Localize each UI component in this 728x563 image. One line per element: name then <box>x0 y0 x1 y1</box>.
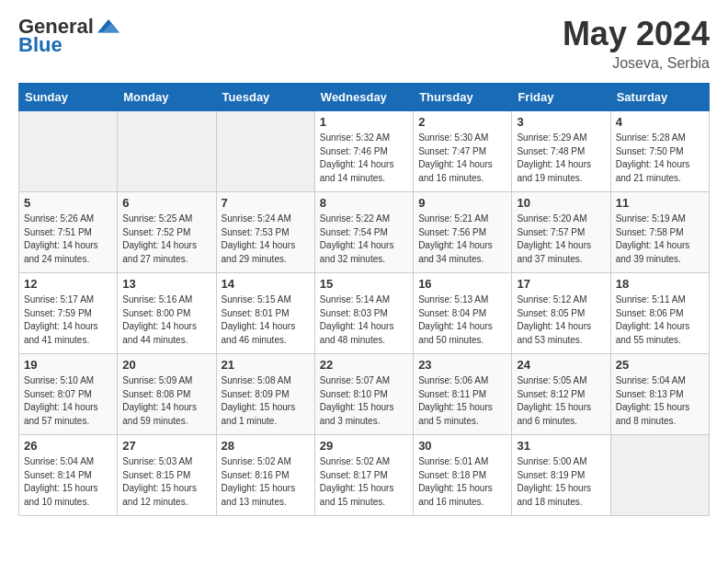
day-info: Sunrise: 5:13 AM Sunset: 8:04 PM Dayligh… <box>418 293 506 347</box>
day-cell: 22Sunrise: 5:07 AM Sunset: 8:10 PM Dayli… <box>314 354 413 435</box>
day-cell: 19Sunrise: 5:10 AM Sunset: 8:07 PM Dayli… <box>19 354 118 435</box>
week-row-4: 19Sunrise: 5:10 AM Sunset: 8:07 PM Dayli… <box>19 354 710 435</box>
day-cell: 5Sunrise: 5:26 AM Sunset: 7:51 PM Daylig… <box>19 192 118 273</box>
day-cell: 24Sunrise: 5:05 AM Sunset: 8:12 PM Dayli… <box>512 354 610 435</box>
day-info: Sunrise: 5:00 AM Sunset: 8:19 PM Dayligh… <box>517 455 605 509</box>
day-cell: 28Sunrise: 5:02 AM Sunset: 8:16 PM Dayli… <box>216 435 314 516</box>
day-number: 14 <box>222 277 310 291</box>
day-number: 5 <box>24 196 112 210</box>
day-number: 20 <box>122 358 210 372</box>
day-number: 9 <box>418 196 506 210</box>
day-cell: 16Sunrise: 5:13 AM Sunset: 8:04 PM Dayli… <box>414 273 512 354</box>
day-number: 23 <box>418 358 506 372</box>
day-info: Sunrise: 5:28 AM Sunset: 7:50 PM Dayligh… <box>616 132 704 185</box>
day-cell: 26Sunrise: 5:04 AM Sunset: 8:14 PM Dayli… <box>19 435 118 516</box>
day-info: Sunrise: 5:29 AM Sunset: 7:48 PM Dayligh… <box>517 132 605 185</box>
day-cell: 1Sunrise: 5:32 AM Sunset: 7:46 PM Daylig… <box>314 111 413 192</box>
day-cell: 9Sunrise: 5:21 AM Sunset: 7:56 PM Daylig… <box>414 192 512 273</box>
weekday-header-monday: Monday <box>118 84 216 111</box>
week-row-2: 5Sunrise: 5:26 AM Sunset: 7:51 PM Daylig… <box>19 192 710 273</box>
day-number: 31 <box>517 439 605 453</box>
day-info: Sunrise: 5:07 AM Sunset: 8:10 PM Dayligh… <box>320 374 408 428</box>
day-cell: 27Sunrise: 5:03 AM Sunset: 8:15 PM Dayli… <box>118 435 216 516</box>
day-info: Sunrise: 5:25 AM Sunset: 7:52 PM Dayligh… <box>122 213 210 266</box>
location: Joseva, Serbia <box>563 55 710 72</box>
day-number: 13 <box>122 277 210 291</box>
day-number: 22 <box>320 358 408 372</box>
day-info: Sunrise: 5:22 AM Sunset: 7:54 PM Dayligh… <box>320 213 408 266</box>
day-cell: 29Sunrise: 5:02 AM Sunset: 8:17 PM Dayli… <box>314 435 413 516</box>
day-info: Sunrise: 5:11 AM Sunset: 8:06 PM Dayligh… <box>616 293 704 347</box>
day-info: Sunrise: 5:05 AM Sunset: 8:12 PM Dayligh… <box>517 374 605 428</box>
day-number: 3 <box>517 115 605 129</box>
title-block: May 2024 Joseva, Serbia <box>563 15 710 72</box>
day-info: Sunrise: 5:02 AM Sunset: 8:17 PM Dayligh… <box>320 455 408 509</box>
day-cell: 14Sunrise: 5:15 AM Sunset: 8:01 PM Dayli… <box>216 273 314 354</box>
day-info: Sunrise: 5:03 AM Sunset: 8:15 PM Dayligh… <box>122 455 210 509</box>
weekday-header-sunday: Sunday <box>19 84 118 111</box>
day-info: Sunrise: 5:12 AM Sunset: 8:05 PM Dayligh… <box>517 293 605 347</box>
day-cell: 30Sunrise: 5:01 AM Sunset: 8:18 PM Dayli… <box>414 435 512 516</box>
day-cell: 11Sunrise: 5:19 AM Sunset: 7:58 PM Dayli… <box>610 192 709 273</box>
week-row-1: 1Sunrise: 5:32 AM Sunset: 7:46 PM Daylig… <box>19 111 710 192</box>
logo-blue-text: Blue <box>18 33 63 57</box>
day-info: Sunrise: 5:09 AM Sunset: 8:08 PM Dayligh… <box>122 374 210 428</box>
weekday-header-saturday: Saturday <box>610 84 709 111</box>
day-cell: 17Sunrise: 5:12 AM Sunset: 8:05 PM Dayli… <box>512 273 610 354</box>
day-cell: 4Sunrise: 5:28 AM Sunset: 7:50 PM Daylig… <box>610 111 709 192</box>
day-cell: 25Sunrise: 5:04 AM Sunset: 8:13 PM Dayli… <box>610 354 709 435</box>
day-number: 7 <box>222 196 310 210</box>
day-number: 30 <box>418 439 506 453</box>
day-cell: 31Sunrise: 5:00 AM Sunset: 8:19 PM Dayli… <box>512 435 610 516</box>
day-cell: 23Sunrise: 5:06 AM Sunset: 8:11 PM Dayli… <box>414 354 512 435</box>
day-cell: 10Sunrise: 5:20 AM Sunset: 7:57 PM Dayli… <box>512 192 610 273</box>
day-info: Sunrise: 5:15 AM Sunset: 8:01 PM Dayligh… <box>222 293 310 347</box>
logo-icon <box>97 17 119 36</box>
day-number: 12 <box>24 277 112 291</box>
day-number: 24 <box>517 358 605 372</box>
day-cell: 7Sunrise: 5:24 AM Sunset: 7:53 PM Daylig… <box>216 192 314 273</box>
day-cell: 18Sunrise: 5:11 AM Sunset: 8:06 PM Dayli… <box>610 273 709 354</box>
day-number: 10 <box>517 196 605 210</box>
day-info: Sunrise: 5:06 AM Sunset: 8:11 PM Dayligh… <box>418 374 506 428</box>
day-number: 17 <box>517 277 605 291</box>
day-cell: 21Sunrise: 5:08 AM Sunset: 8:09 PM Dayli… <box>216 354 314 435</box>
day-number: 6 <box>122 196 210 210</box>
day-cell: 6Sunrise: 5:25 AM Sunset: 7:52 PM Daylig… <box>118 192 216 273</box>
day-info: Sunrise: 5:04 AM Sunset: 8:13 PM Dayligh… <box>616 374 704 428</box>
day-number: 18 <box>616 277 704 291</box>
day-info: Sunrise: 5:16 AM Sunset: 8:00 PM Dayligh… <box>122 293 210 347</box>
day-info: Sunrise: 5:10 AM Sunset: 8:07 PM Dayligh… <box>24 374 112 428</box>
weekday-header-tuesday: Tuesday <box>216 84 314 111</box>
day-info: Sunrise: 5:32 AM Sunset: 7:46 PM Dayligh… <box>320 132 408 185</box>
day-number: 2 <box>418 115 506 129</box>
day-info: Sunrise: 5:02 AM Sunset: 8:16 PM Dayligh… <box>222 455 310 509</box>
day-cell <box>610 435 709 516</box>
day-cell <box>216 111 314 192</box>
day-cell: 8Sunrise: 5:22 AM Sunset: 7:54 PM Daylig… <box>314 192 413 273</box>
day-number: 4 <box>616 115 704 129</box>
day-info: Sunrise: 5:20 AM Sunset: 7:57 PM Dayligh… <box>517 213 605 266</box>
day-cell: 12Sunrise: 5:17 AM Sunset: 7:59 PM Dayli… <box>19 273 118 354</box>
logo: General Blue <box>18 15 119 57</box>
day-info: Sunrise: 5:17 AM Sunset: 7:59 PM Dayligh… <box>24 293 112 347</box>
day-info: Sunrise: 5:14 AM Sunset: 8:03 PM Dayligh… <box>320 293 408 347</box>
day-number: 25 <box>616 358 704 372</box>
day-info: Sunrise: 5:30 AM Sunset: 7:47 PM Dayligh… <box>418 132 506 185</box>
day-info: Sunrise: 5:24 AM Sunset: 7:53 PM Dayligh… <box>222 213 310 266</box>
day-info: Sunrise: 5:01 AM Sunset: 8:18 PM Dayligh… <box>418 455 506 509</box>
month-title: May 2024 <box>563 15 710 53</box>
day-info: Sunrise: 5:21 AM Sunset: 7:56 PM Dayligh… <box>418 213 506 266</box>
weekday-header-thursday: Thursday <box>414 84 512 111</box>
day-number: 19 <box>24 358 112 372</box>
week-row-5: 26Sunrise: 5:04 AM Sunset: 8:14 PM Dayli… <box>19 435 710 516</box>
day-number: 1 <box>320 115 408 129</box>
day-cell: 3Sunrise: 5:29 AM Sunset: 7:48 PM Daylig… <box>512 111 610 192</box>
day-number: 16 <box>418 277 506 291</box>
day-cell: 20Sunrise: 5:09 AM Sunset: 8:08 PM Dayli… <box>118 354 216 435</box>
day-cell <box>118 111 216 192</box>
day-cell <box>19 111 118 192</box>
day-info: Sunrise: 5:04 AM Sunset: 8:14 PM Dayligh… <box>24 455 112 509</box>
day-number: 29 <box>320 439 408 453</box>
day-number: 28 <box>222 439 310 453</box>
